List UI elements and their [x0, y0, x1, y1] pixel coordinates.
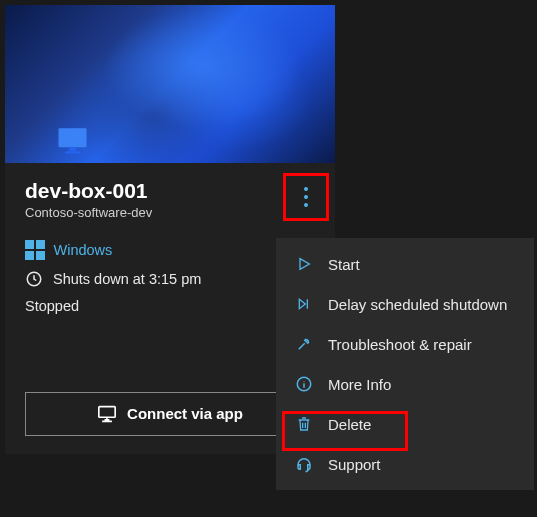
menu-label: Support — [328, 456, 381, 473]
windows-icon — [25, 240, 45, 260]
svg-rect-0 — [59, 128, 87, 147]
svg-rect-4 — [99, 406, 115, 417]
menu-label: Troubleshoot & repair — [328, 336, 472, 353]
trash-icon — [294, 414, 314, 434]
svg-rect-2 — [65, 151, 80, 154]
headset-icon — [294, 454, 314, 474]
menu-item-troubleshoot[interactable]: Troubleshoot & repair — [276, 324, 534, 364]
svg-rect-1 — [69, 147, 77, 151]
status-text: Stopped — [25, 298, 315, 314]
connect-button[interactable]: Connect via app — [25, 392, 315, 436]
os-row[interactable]: Windows — [25, 240, 315, 260]
more-vertical-icon — [304, 187, 308, 207]
more-actions-button[interactable] — [289, 179, 323, 215]
os-label: Windows — [54, 242, 113, 258]
wrench-icon — [294, 334, 314, 354]
menu-label: Start — [328, 256, 360, 273]
clock-icon — [25, 270, 43, 288]
context-menu: Start Delay scheduled shutdown Troublesh… — [276, 238, 534, 490]
menu-label: Delay scheduled shutdown — [328, 296, 507, 313]
devbox-title: dev-box-001 — [25, 179, 315, 203]
connect-label: Connect via app — [127, 405, 243, 422]
skip-icon — [294, 294, 314, 314]
menu-label: Delete — [328, 416, 371, 433]
play-icon — [294, 254, 314, 274]
menu-item-more-info[interactable]: More Info — [276, 364, 534, 404]
menu-label: More Info — [328, 376, 391, 393]
desktop-icon — [97, 405, 117, 423]
schedule-text: Shuts down at 3:15 pm — [53, 271, 201, 287]
monitor-icon — [55, 127, 90, 155]
devbox-thumbnail — [5, 5, 335, 163]
menu-item-support[interactable]: Support — [276, 444, 534, 484]
menu-item-delete[interactable]: Delete — [276, 404, 534, 444]
devbox-subtitle: Contoso-software-dev — [25, 205, 315, 220]
menu-item-delay-shutdown[interactable]: Delay scheduled shutdown — [276, 284, 534, 324]
info-icon — [294, 374, 314, 394]
schedule-row: Shuts down at 3:15 pm — [25, 270, 315, 288]
menu-item-start[interactable]: Start — [276, 244, 534, 284]
